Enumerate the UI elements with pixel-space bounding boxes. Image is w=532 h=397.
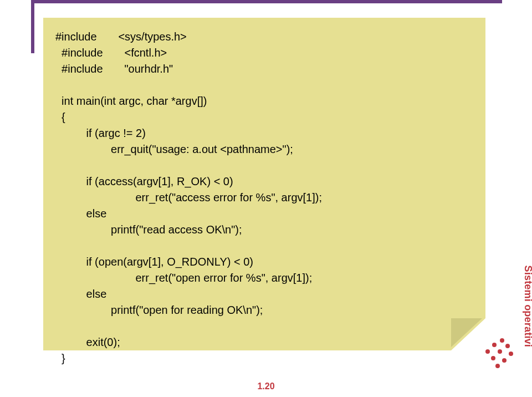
code-line: if (open(argv[1], O_RDONLY) < 0) <box>55 256 253 268</box>
side-title: Sistemi operativi <box>522 266 532 347</box>
code-line: err_ret("open error for %s", argv[1]); <box>55 272 312 284</box>
code-line: exit(0); <box>55 336 120 348</box>
code-text: #include <sys/types.h> #include <fcntl.h… <box>43 18 485 378</box>
slide-top-rule <box>31 0 502 8</box>
page-curl-icon <box>451 318 485 350</box>
code-line: #include <sys/types.h> <box>55 30 187 43</box>
code-line: { <box>55 111 65 123</box>
code-line: else <box>55 207 106 220</box>
code-block: #include <sys/types.h> #include <fcntl.h… <box>43 18 485 350</box>
code-line: else <box>55 288 106 300</box>
decorative-dots-icon <box>484 337 515 368</box>
code-line: int main(int argc, char *argv[]) <box>55 95 207 107</box>
code-line: } <box>55 352 65 364</box>
code-line: if (argc != 2) <box>55 127 146 139</box>
code-line: printf("read access OK\n"); <box>55 223 242 236</box>
code-line: if (access(argv[1], R_OK) < 0) <box>55 175 233 187</box>
code-line: #include "ourhdr.h" <box>55 63 173 75</box>
code-line: err_quit("usage: a.out <pathname>"); <box>55 143 293 155</box>
code-line: #include <fcntl.h> <box>55 47 167 59</box>
code-line: printf("open for reading OK\n"); <box>55 304 263 316</box>
slide-left-rule <box>31 0 34 53</box>
code-line: err_ret("access error for %s", argv[1]); <box>55 191 322 203</box>
page-number: 1.20 <box>0 381 532 391</box>
